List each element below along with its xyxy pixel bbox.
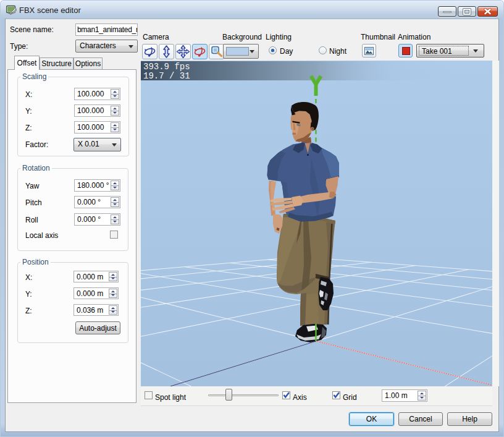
svg-text:393.9 fps: 393.9 fps — [143, 62, 190, 72]
svg-text:19.7 / 31: 19.7 / 31 — [143, 71, 190, 81]
